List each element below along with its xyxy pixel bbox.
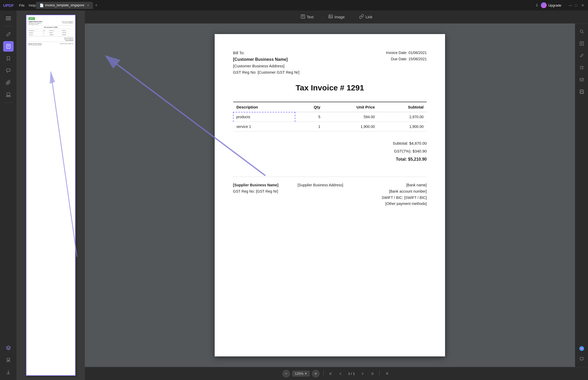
upgrade-label: Upgrade (548, 3, 561, 7)
sidebar-icon-attachments[interactable] (3, 77, 14, 88)
customer-name: [Customer Business Name] (233, 56, 299, 63)
minimize-button[interactable]: — (569, 3, 572, 7)
invoice-footer: [Supplier Business Name] GST Reg No: [GS… (233, 177, 427, 207)
row1-qty: 5 (295, 112, 324, 122)
footer-supplier: [Supplier Business Name] GST Reg No: [GS… (233, 182, 298, 207)
right-icon-save[interactable] (576, 86, 587, 97)
link-icon (359, 14, 364, 20)
right-icon-mail[interactable] (576, 74, 587, 85)
sidebar-divider-1 (4, 26, 13, 26)
svg-rect-8 (6, 96, 10, 97)
right-icon-search[interactable] (576, 26, 587, 37)
toolbar-divider (323, 371, 324, 377)
sidebar-icon-comments[interactable] (3, 65, 14, 76)
due-date: Due Date: 15/06/2021 (386, 56, 427, 62)
right-sidebar (575, 24, 588, 367)
nav-next-btn[interactable] (359, 370, 366, 377)
subtotal-line: Subtotal: $4,870.00 (233, 139, 427, 147)
sidebar-icon-stamp[interactable] (3, 89, 14, 100)
thumb-divider-3 (29, 36, 73, 37)
row2-unit-price: 1,900.00 (324, 122, 378, 132)
zoom-display[interactable]: 126% ▼ (292, 371, 310, 377)
tab-close-btn[interactable]: ✕ (87, 4, 89, 7)
text-label: Text (307, 15, 314, 19)
nav-last-btn[interactable] (368, 370, 376, 377)
row1-unit-price: 594.00 (324, 112, 378, 122)
sidebar-icon-edit[interactable] (3, 29, 14, 40)
invoice-date: Invoice Date: 01/06/2021 (386, 50, 427, 56)
supplier-gst: GST Reg No: [GST Reg Nr] (233, 188, 298, 195)
pdf-page: Bill To: [Customer Business Name] [Custo… (215, 34, 445, 356)
totals-section: Subtotal: $4,870.00 GST(7%): $340.90 Tot… (233, 139, 427, 164)
link-label: Link (365, 15, 372, 19)
link-tool-btn[interactable]: Link (356, 13, 375, 21)
row2-qty: 1 (295, 122, 324, 132)
pdf-viewer: Bill To: [Customer Business Name] [Custo… (85, 24, 575, 367)
menu-help[interactable]: Help (29, 3, 36, 7)
window-controls: — □ ✕ (569, 3, 585, 7)
tab-icon: 📄 (40, 3, 44, 7)
right-icon-colorful[interactable] (576, 343, 587, 354)
svg-rect-0 (6, 17, 11, 17)
page-thumbnail[interactable]: INDUS Supplier Business Name 123 Busines… (26, 15, 76, 376)
bill-to-right: Invoice Date: 01/06/2021 Due Date: 15/06… (386, 50, 427, 75)
tab-bar: 📄 invoice_template_singapore ✕ + (36, 2, 536, 9)
customer-gst: GST Reg No: [Customer GST Reg Nr] (233, 69, 299, 75)
svg-rect-2 (6, 20, 11, 20)
bottom-toolbar: − 126% ▼ + 1 / 1 ✕ (85, 367, 588, 380)
col-unit-price: Unit Price (324, 102, 378, 112)
sidebar-icon-bookmark-star[interactable] (3, 355, 14, 365)
row1-description[interactable]: products (233, 112, 295, 122)
nav-prev-btn[interactable] (337, 370, 344, 377)
other-payment: [Other payment methods] (362, 201, 427, 207)
bill-to-left: Bill To: [Customer Business Name] [Custo… (233, 50, 299, 75)
row1-subtotal: 2,970.00 (378, 112, 427, 122)
page-indicator: 1 (536, 3, 538, 7)
right-icon-edit[interactable] (576, 50, 587, 61)
sidebar-icon-bookmarks[interactable] (3, 53, 14, 64)
user-avatar (541, 2, 547, 8)
invoice-table: Description Qty Unit Price Subtotal prod… (233, 102, 427, 132)
footer-address: [Supplier Business Address] (298, 182, 362, 207)
thumb-invoice-title: Tax Invoice # 1291 (29, 26, 73, 28)
text-tool-btn[interactable]: Text (297, 13, 317, 21)
image-icon (328, 14, 333, 20)
upgrade-button[interactable]: Upgrade (541, 2, 561, 8)
right-icon-comment[interactable] (576, 354, 587, 364)
image-label: Image (335, 15, 345, 19)
menu-file[interactable]: File (19, 3, 25, 7)
zoom-out-icon: − (285, 371, 287, 376)
thumb-table: DescriptionQtyUnit PriceSubtotal product… (29, 30, 73, 36)
sidebar-icon-clip[interactable] (3, 367, 14, 377)
thumb-footer: [Supplier Business Name] GST Reg No: [GS… (29, 43, 73, 46)
bank-name: [Bank name] (362, 182, 427, 188)
content-area: Text Image Link (85, 10, 588, 380)
sidebar-icon-pages[interactable] (3, 41, 14, 52)
sidebar-icon-layers[interactable] (3, 343, 14, 353)
customer-address: [Customer Business Address] (233, 63, 299, 69)
thumb-divider-1 (29, 25, 73, 26)
text-icon (301, 14, 305, 20)
gst-line: GST(7%): $340.90 (233, 147, 427, 155)
right-icon-properties[interactable] (576, 38, 587, 49)
thumb-content: INDUS Supplier Business Name 123 Busines… (26, 15, 75, 48)
col-description: Description (233, 102, 295, 112)
viewer-close-btn[interactable]: ✕ (383, 370, 391, 377)
maximize-button[interactable]: □ (575, 3, 579, 7)
zoom-out-btn[interactable]: − (282, 370, 290, 378)
svg-rect-24 (581, 90, 583, 91)
main-layout: INDUS Supplier Business Name 123 Busines… (0, 10, 588, 380)
sidebar-icon-menu[interactable] (3, 13, 14, 24)
close-button[interactable]: ✕ (581, 3, 585, 7)
page-display: 1 / 1 (346, 372, 357, 376)
tab-add-btn[interactable]: + (95, 3, 97, 8)
col-subtotal: Subtotal (378, 102, 427, 112)
nav-first-btn[interactable] (327, 370, 335, 377)
right-icon-share[interactable] (576, 62, 587, 73)
supplier-name: [Supplier Business Name] (233, 182, 298, 188)
tab-label: invoice_template_singapore (45, 3, 84, 7)
image-tool-btn[interactable]: Image (325, 13, 348, 21)
tab-invoice[interactable]: 📄 invoice_template_singapore ✕ (36, 2, 93, 9)
zoom-in-btn[interactable]: + (312, 370, 320, 378)
left-sidebar (0, 10, 17, 380)
